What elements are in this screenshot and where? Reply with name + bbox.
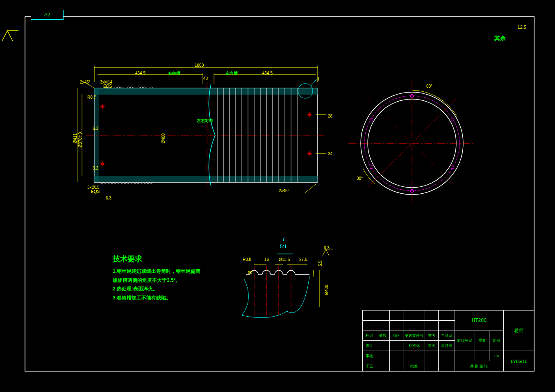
tb-scale-val: 1:4: [489, 351, 503, 361]
tb-count: 处数: [376, 331, 390, 341]
tech-req-2: 2.热处理:表面淬火。: [113, 285, 203, 294]
detail-width: 27.5: [299, 257, 307, 262]
svg-rect-10: [94, 176, 318, 182]
tb-weight: 重量: [475, 331, 489, 351]
detail-radius: R0.8: [243, 257, 251, 262]
tb-sign: 签名: [425, 331, 439, 341]
dim-groove-left-len: 464.5: [135, 71, 146, 75]
drawing-sheet: A2 其余 12.5: [0, 0, 555, 392]
tb-sign2: 签名: [425, 341, 439, 351]
tb-dwg-no: LYLG11: [503, 351, 534, 372]
dim-chamfer-left: 2x45°: [80, 80, 91, 84]
finish-63-bot: 6.3: [106, 196, 111, 200]
label-left-groove: 左向槽: [225, 70, 238, 76]
tech-req-header: 技术要求: [113, 254, 203, 264]
format-label: A2: [31, 10, 64, 20]
title-block: HT200 卷筒 标记 处数 分区 更改文件号 签名 年月日 阶段标记 重量 比…: [362, 310, 535, 372]
tb-check: 审核: [363, 351, 376, 361]
detail-callout-name: I: [318, 76, 319, 82]
detail-depth: 5.5: [318, 261, 323, 266]
surface-general-value: 12.5: [518, 25, 526, 29]
technical-requirements: 技术要求 1.钢丝绳绕进或绕出卷筒时，钢丝绳偏离螺旋槽两侧的角度不大于3.5°。…: [113, 254, 203, 302]
tb-std: 标准化: [403, 341, 425, 351]
dim-dia-outer: Ø411: [73, 134, 77, 143]
detail-name: I: [283, 236, 284, 242]
surface-finish-symbol: [0, 29, 20, 45]
svg-point-54: [451, 118, 454, 121]
dim-hole-edge2: 34: [328, 152, 332, 156]
label-right-groove: 右向槽: [168, 70, 180, 76]
dim-hole-edge1: 28: [328, 114, 332, 118]
tech-req-3: 3.卷筒槽加工不能有缺陷。: [113, 294, 203, 303]
angle-30: 30°: [357, 176, 363, 181]
detail-pitch: 16: [264, 257, 269, 262]
tb-material: HT200: [455, 310, 503, 331]
dim-hole-bot-eqs: EQS: [91, 189, 100, 194]
svg-rect-9: [94, 88, 318, 95]
angle-60: 60°: [426, 84, 432, 88]
tb-date2: 年月日: [439, 341, 455, 351]
dim-radius-small: R0.7: [87, 95, 96, 100]
tb-process: 工艺: [363, 361, 376, 372]
tb-date: 年月日: [439, 331, 455, 341]
detail-scale: 5:1: [280, 244, 287, 249]
tb-sheet: 共 张 第 张: [455, 361, 503, 372]
tb-design: 设计: [363, 341, 376, 351]
detail-groove-dia: Ø13.5: [279, 257, 290, 262]
tb-part-name: 卷筒: [503, 310, 534, 351]
tb-approve: 批准: [403, 361, 425, 372]
detail-sf-symbol: [322, 248, 334, 258]
tb-file: 更改文件号: [403, 331, 425, 341]
dim-hole-top-eqs: EQS: [103, 84, 112, 88]
finish-32: 3.2: [93, 166, 98, 170]
end-view: [348, 80, 475, 207]
tb-stage: 阶段标记: [455, 331, 475, 351]
dim-mid-gap: 48: [203, 76, 208, 81]
dim-total-length: 1000: [195, 63, 204, 68]
front-view: [82, 61, 328, 205]
detail-ref-dia: Ø400: [324, 285, 329, 295]
label-symmetry: 左右对称: [197, 118, 213, 124]
dim-groove-right-len: 464.5: [262, 71, 273, 75]
tb-mark: 标记: [363, 331, 376, 341]
detail-relief-angle: 50°: [248, 270, 254, 274]
dim-dia-groove: Ø400: [161, 134, 166, 143]
tb-zone: 分区: [390, 331, 403, 341]
finish-63-left: 6.3: [93, 126, 98, 131]
tech-req-1: 1.钢丝绳绕进或绕出卷筒时，钢丝绳偏离螺旋槽两侧的角度不大于3.5°。: [113, 267, 203, 285]
tb-scale-lbl: 比例: [489, 331, 503, 351]
surface-general-label: 其余: [494, 35, 506, 42]
dim-chamfer-right: 2x45°: [279, 188, 289, 193]
dim-dia-inner: Ø370H9: [78, 132, 82, 147]
